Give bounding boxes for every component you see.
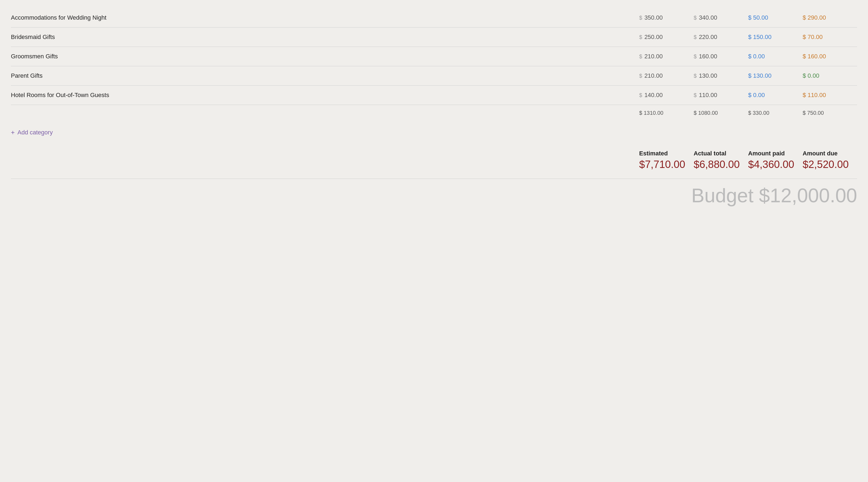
estimated-value: $7,710.00 <box>639 159 694 170</box>
paid-cell: $ 150.00 <box>748 33 803 40</box>
paid-cell: $ 130.00 <box>748 72 803 79</box>
dollar-icon: $ <box>639 34 642 40</box>
paid-value: $ 150.00 <box>748 33 772 40</box>
actual-value: 340.00 <box>699 14 717 21</box>
paid-value: $4,360.00 <box>748 159 803 170</box>
table-row: Hotel Rooms for Out-of-Town Guests $ 140… <box>11 86 857 105</box>
total-paid: $ 330.00 <box>748 110 803 116</box>
add-category-label: Add category <box>18 129 53 136</box>
due-value: $ 0.00 <box>803 72 819 79</box>
category-name: Bridesmaid Gifts <box>11 33 639 40</box>
estimated-cell: $ 210.00 <box>639 53 694 60</box>
due-value: $ 70.00 <box>803 33 823 40</box>
category-name: Parent Gifts <box>11 72 639 79</box>
totals-row: $ 1310.00 $ 1080.00 $ 330.00 $ 750.00 <box>11 105 857 121</box>
actual-cell: $ 220.00 <box>694 33 748 40</box>
actual-cell: $ 340.00 <box>694 14 748 21</box>
paid-cell: $ 50.00 <box>748 14 803 21</box>
estimated-value: 350.00 <box>644 14 662 21</box>
dollar-icon: $ <box>694 15 696 21</box>
paid-value: $ 50.00 <box>748 14 768 21</box>
estimated-cell: $ 350.00 <box>639 14 694 21</box>
actual-value: 130.00 <box>699 72 717 79</box>
due-value: $2,520.00 <box>803 159 857 170</box>
dollar-icon: $ <box>639 92 642 98</box>
actual-cell: $ 160.00 <box>694 53 748 60</box>
dollar-icon: $ <box>694 53 696 60</box>
actual-cell: $ 110.00 <box>694 92 748 99</box>
due-cell: $ 0.00 <box>803 72 857 79</box>
table-row: Accommodations for Wedding Night $ 350.0… <box>11 8 857 28</box>
budget-total: Budget $12,000.00 <box>691 184 857 207</box>
total-estimated: $ 1310.00 <box>639 110 694 116</box>
estimated-cell: $ 250.00 <box>639 33 694 40</box>
category-name: Accommodations for Wedding Night <box>11 14 639 21</box>
estimated-label: Estimated <box>639 150 694 157</box>
estimated-value: 140.00 <box>644 92 662 99</box>
paid-cell: $ 0.00 <box>748 53 803 60</box>
actual-value: 220.00 <box>699 33 717 40</box>
add-category-button[interactable]: + Add category <box>11 121 857 142</box>
due-value: $ 290.00 <box>803 14 826 21</box>
budget-table: Accommodations for Wedding Night $ 350.0… <box>11 8 857 121</box>
due-value: $ 110.00 <box>803 92 826 99</box>
summary-estimated: Estimated $7,710.00 <box>639 150 694 170</box>
table-row: Groomsmen Gifts $ 210.00 $ 160.00 $ 0.00… <box>11 47 857 66</box>
budget-total-section: Budget $12,000.00 <box>11 178 857 207</box>
actual-value: 110.00 <box>699 92 717 99</box>
due-cell: $ 160.00 <box>803 53 857 60</box>
estimated-value: 210.00 <box>644 72 662 79</box>
summary-section: Estimated $7,710.00 Actual total $6,880.… <box>11 147 857 170</box>
dollar-icon: $ <box>694 73 696 79</box>
due-cell: $ 110.00 <box>803 92 857 99</box>
paid-label: Amount paid <box>748 150 803 157</box>
estimated-value: 210.00 <box>644 53 662 60</box>
due-cell: $ 70.00 <box>803 33 857 40</box>
table-row: Parent Gifts $ 210.00 $ 130.00 $ 130.00 … <box>11 66 857 86</box>
dollar-icon: $ <box>639 73 642 79</box>
due-label: Amount due <box>803 150 857 157</box>
dollar-icon: $ <box>694 92 696 98</box>
category-name: Hotel Rooms for Out-of-Town Guests <box>11 92 639 99</box>
total-due: $ 750.00 <box>803 110 857 116</box>
due-value: $ 160.00 <box>803 53 826 60</box>
actual-cell: $ 130.00 <box>694 72 748 79</box>
dollar-icon: $ <box>694 34 696 40</box>
estimated-cell: $ 210.00 <box>639 72 694 79</box>
summary-due: Amount due $2,520.00 <box>803 150 857 170</box>
actual-value: 160.00 <box>699 53 717 60</box>
actual-label: Actual total <box>694 150 748 157</box>
estimated-cell: $ 140.00 <box>639 92 694 99</box>
dollar-icon: $ <box>639 53 642 60</box>
due-cell: $ 290.00 <box>803 14 857 21</box>
total-actual: $ 1080.00 <box>694 110 748 116</box>
category-name: Groomsmen Gifts <box>11 53 639 60</box>
table-row: Bridesmaid Gifts $ 250.00 $ 220.00 $ 150… <box>11 28 857 47</box>
paid-value: $ 0.00 <box>748 92 765 99</box>
summary-paid: Amount paid $4,360.00 <box>748 150 803 170</box>
actual-value: $6,880.00 <box>694 159 748 170</box>
paid-value: $ 0.00 <box>748 53 765 60</box>
paid-cell: $ 0.00 <box>748 92 803 99</box>
paid-value: $ 130.00 <box>748 72 772 79</box>
plus-icon: + <box>11 129 15 136</box>
estimated-value: 250.00 <box>644 33 662 40</box>
dollar-icon: $ <box>639 15 642 21</box>
summary-actual: Actual total $6,880.00 <box>694 150 748 170</box>
